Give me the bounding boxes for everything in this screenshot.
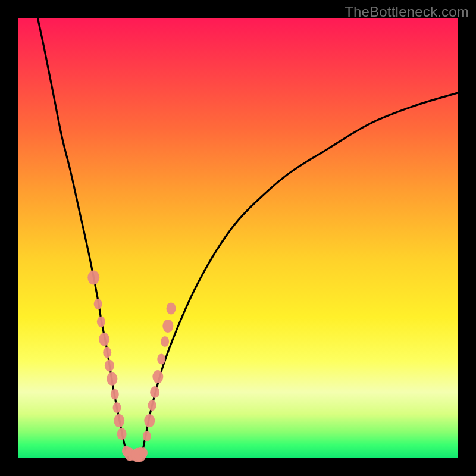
data-marker: [152, 370, 163, 383]
data-marker: [139, 447, 148, 458]
data-marker: [162, 320, 173, 333]
data-marker: [87, 271, 99, 285]
data-marker: [99, 333, 109, 346]
data-marker: [143, 431, 151, 441]
data-marker: [105, 360, 114, 372]
markers-right-group: [134, 302, 176, 462]
data-marker: [161, 336, 169, 347]
curve-layer: [18, 18, 458, 458]
data-marker: [111, 389, 119, 400]
plot-area: [18, 18, 458, 458]
data-marker: [107, 372, 117, 386]
data-marker: [157, 354, 165, 365]
markers-left-group: [87, 271, 143, 462]
curve-right-branch: [141, 93, 458, 458]
chart-frame: TheBottleneck.com: [0, 0, 476, 476]
data-marker: [150, 386, 159, 398]
data-marker: [148, 400, 156, 411]
data-marker: [117, 428, 127, 440]
data-marker: [167, 302, 176, 314]
data-marker: [103, 347, 111, 358]
data-marker: [113, 402, 121, 413]
data-marker: [94, 299, 102, 309]
data-marker: [144, 414, 155, 427]
data-marker: [114, 414, 124, 427]
data-marker: [97, 317, 105, 327]
